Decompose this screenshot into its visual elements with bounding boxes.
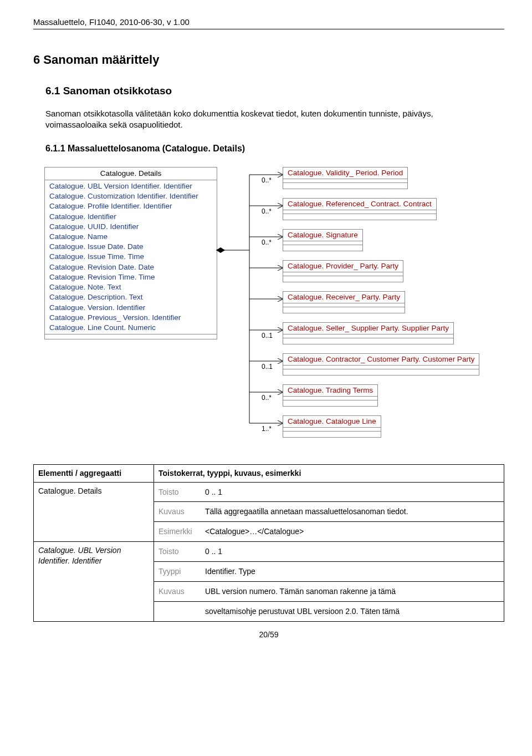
uml-assoc-class: Catalogue. Catalogue Line <box>283 415 381 438</box>
detail-label: Toisto <box>158 546 201 557</box>
detail-label: Kuvaus <box>158 506 201 517</box>
uml-assoc-class: Catalogue. Provider_ Party. Party <box>283 260 403 282</box>
detail-label <box>158 606 201 617</box>
table-row: Catalogue. DetailsToisto0 .. 1 <box>34 482 504 502</box>
detail-label: Tyyppi <box>158 566 201 577</box>
uml-multiplicity: 0..1 <box>262 362 273 371</box>
th-element: Elementti / aggregaatti <box>34 464 154 482</box>
uml-main-class: Catalogue. Details Catalogue. UBL Versio… <box>44 167 217 340</box>
table-row: Catalogue. UBL Version Identifier. Ident… <box>34 542 504 562</box>
uml-assoc-title: Catalogue. Trading Terms <box>283 385 377 397</box>
heading-6-1: 6.1 Sanoman otsikkotaso <box>45 84 504 98</box>
uml-assoc-class: Catalogue. Contractor_ Customer Party. C… <box>283 353 479 376</box>
uml-assoc-class: Catalogue. Trading Terms <box>283 384 378 407</box>
uml-attribute: Catalogue. Previous_ Version. Identifier <box>49 313 212 323</box>
definition-tbody: Catalogue. DetailsToisto0 .. 1KuvausTäll… <box>34 482 504 621</box>
uml-assoc-title: Catalogue. Referenced_ Contract. Contrac… <box>283 199 436 210</box>
uml-attribute: Catalogue. Issue Date. Date <box>49 242 212 252</box>
uml-assoc-title: Catalogue. Provider_ Party. Party <box>283 261 403 272</box>
th-details: Toistokerrat, tyyppi, kuvaus, esimerkki <box>154 464 504 482</box>
uml-assoc-class: Catalogue. Validity_ Period. Period <box>283 167 408 189</box>
uml-attribute: Catalogue. Customization Identifier. Ide… <box>49 191 212 201</box>
detail-value: soveltamisohje perustuvat UBL versioon 2… <box>205 606 499 617</box>
uml-multiplicity: 0..* <box>262 207 272 216</box>
element-name-cell: Catalogue. Details <box>34 482 154 542</box>
detail-value: 0 .. 1 <box>205 546 499 557</box>
uml-multiplicity: 0..* <box>262 393 272 402</box>
uml-multiplicity: 0..1 <box>262 331 273 340</box>
uml-multiplicity: 0..* <box>262 176 272 185</box>
uml-attribute: Catalogue. Name <box>49 232 212 242</box>
uml-attribute: Catalogue. UBL Version Identifier. Ident… <box>49 181 212 191</box>
uml-assoc-title: Catalogue. Receiver_ Party. Party <box>283 292 405 303</box>
uml-main-title: Catalogue. Details <box>45 168 217 180</box>
uml-assoc-title: Catalogue. Contractor_ Customer Party. C… <box>283 354 479 366</box>
uml-main-attributes: Catalogue. UBL Version Identifier. Ident… <box>45 180 217 334</box>
page-header: Massaluettelo, FI1040, 2010-06-30, v 1.0… <box>33 17 504 29</box>
detail-label: Toisto <box>158 487 201 498</box>
element-detail-cell: KuvausTällä aggregaatilla annetaan massa… <box>154 502 504 522</box>
uml-attribute: Catalogue. Description. Text <box>49 292 212 302</box>
element-detail-cell: Toisto0 .. 1 <box>154 542 504 562</box>
detail-value: Identifier. Type <box>205 566 499 577</box>
uml-attribute: Catalogue. Revision Date. Date <box>49 262 212 272</box>
uml-attribute: Catalogue. Profile Identifier. Identifie… <box>49 201 212 211</box>
uml-assoc-class: Catalogue. Receiver_ Party. Party <box>283 291 405 313</box>
element-detail-cell: Esimerkki<Catalogue>…</Catalogue> <box>154 522 504 542</box>
uml-assoc-class: Catalogue. Referenced_ Contract. Contrac… <box>283 198 437 220</box>
element-detail-cell: soveltamisohje perustuvat UBL versioon 2… <box>154 601 504 621</box>
uml-assoc-title: Catalogue. Validity_ Period. Period <box>283 168 407 179</box>
detail-value: <Catalogue>…</Catalogue> <box>205 526 499 537</box>
uml-assoc-class: Catalogue. Seller_ Supplier Party. Suppl… <box>283 322 454 344</box>
uml-attribute: Catalogue. Issue Time. Time <box>49 252 212 262</box>
heading-6: 6 Sanoman määrittely <box>33 52 504 68</box>
uml-attribute: Catalogue. Revision Time. Time <box>49 272 212 282</box>
definition-table: Elementti / aggregaatti Toistokerrat, ty… <box>33 464 504 622</box>
uml-assoc-title: Catalogue. Catalogue Line <box>283 416 381 428</box>
page-number: 20/59 <box>33 630 504 640</box>
heading-6-1-1: 6.1.1 Massaluettelosanoma (Catalogue. De… <box>45 143 504 155</box>
uml-assoc-title: Catalogue. Seller_ Supplier Party. Suppl… <box>283 323 453 334</box>
element-detail-cell: Toisto0 .. 1 <box>154 482 504 502</box>
detail-value: UBL version numero. Tämän sanoman rakenn… <box>205 586 499 597</box>
uml-attribute: Catalogue. Version. Identifier <box>49 303 212 313</box>
detail-label: Kuvaus <box>158 586 201 597</box>
uml-multiplicity: 0..* <box>262 238 272 247</box>
element-detail-cell: TyyppiIdentifier. Type <box>154 562 504 582</box>
uml-multiplicity: 1..* <box>262 424 272 433</box>
uml-assoc-title: Catalogue. Signature <box>283 230 362 241</box>
uml-attribute: Catalogue. Note. Text <box>49 282 212 292</box>
uml-diagram: Catalogue. Details Catalogue. UBL Versio… <box>33 161 504 461</box>
detail-value: Tällä aggregaatilla annetaan massaluette… <box>205 506 499 517</box>
uml-attribute: Catalogue. Identifier <box>49 212 212 222</box>
uml-attribute: Catalogue. UUID. Identifier <box>49 222 212 232</box>
uml-attribute: Catalogue. Line Count. Numeric <box>49 323 212 333</box>
intro-paragraph: Sanoman otsikkotasolla välitetään koko d… <box>45 108 488 131</box>
element-name-cell: Catalogue. UBL Version Identifier. Ident… <box>34 542 154 622</box>
element-detail-cell: KuvausUBL version numero. Tämän sanoman … <box>154 582 504 602</box>
detail-value: 0 .. 1 <box>205 487 499 498</box>
uml-assoc-class: Catalogue. Signature <box>283 229 363 251</box>
detail-label: Esimerkki <box>158 526 201 537</box>
